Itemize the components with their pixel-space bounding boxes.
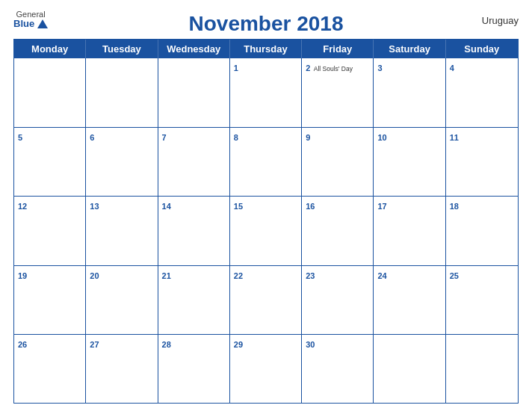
country-label: Uruguay — [482, 15, 519, 26]
table-row: 9 — [302, 127, 374, 196]
day-number: 24 — [377, 271, 386, 280]
day-number: 8 — [234, 133, 238, 142]
day-number: 5 — [18, 133, 22, 142]
week-4: 19 20 21 22 23 24 — [14, 265, 518, 334]
header-friday: Friday — [302, 40, 374, 58]
day-number: 2 — [306, 64, 310, 72]
table-row: 1 — [230, 58, 302, 127]
day-number: 29 — [234, 340, 243, 349]
day-number: 28 — [162, 340, 171, 349]
table-row: 7 — [158, 127, 230, 196]
day-number: 4 — [450, 64, 454, 72]
logo-triangle-icon — [37, 19, 48, 28]
day-number: 7 — [162, 133, 167, 142]
week-2: 5 6 7 8 9 10 — [14, 127, 518, 196]
day-number: 15 — [234, 202, 243, 211]
calendar-grid: Monday Tuesday Wednesday Thursday Friday… — [13, 39, 519, 404]
table-row: 26 — [14, 334, 86, 403]
week-1-row: 1 2 All Souls' Day 3 4 — [14, 58, 518, 127]
table-row — [374, 334, 445, 403]
table-row: 2 All Souls' Day — [302, 58, 374, 127]
table-row — [14, 58, 86, 127]
day-number: 16 — [306, 202, 315, 211]
table-row: 16 — [302, 196, 374, 265]
day-number: 20 — [90, 271, 99, 280]
calendar-body: 1 2 All Souls' Day 3 4 — [14, 58, 518, 403]
week-3-row: 12 13 14 15 16 17 — [14, 196, 518, 265]
table-row: 27 — [86, 334, 158, 403]
header-wednesday: Wednesday — [158, 40, 230, 58]
header-thursday: Thursday — [230, 40, 302, 58]
month-title: November 2018 — [13, 12, 519, 36]
day-number: 26 — [18, 340, 27, 349]
table-row: 24 — [374, 265, 445, 334]
week-2-row: 5 6 7 8 9 10 — [14, 127, 518, 196]
day-number: 21 — [162, 271, 171, 280]
column-headers: Monday Tuesday Wednesday Thursday Friday… — [14, 40, 518, 58]
table-row: 25 — [446, 265, 518, 334]
table-row: 5 — [14, 127, 86, 196]
table-row — [86, 58, 158, 127]
table-row: 15 — [230, 196, 302, 265]
table-row — [158, 58, 230, 127]
table-row: 20 — [86, 265, 158, 334]
header-sunday: Sunday — [446, 40, 518, 58]
table-row: 18 — [446, 196, 518, 265]
table-row: 29 — [230, 334, 302, 403]
holiday-label: All Souls' Day — [314, 65, 353, 72]
week-3: 12 13 14 15 16 17 — [14, 196, 518, 265]
day-number: 22 — [234, 271, 243, 280]
day-number: 17 — [377, 202, 386, 211]
day-number: 12 — [18, 202, 27, 211]
logo-area: General Blue — [13, 10, 48, 28]
week-5-row: 26 27 28 29 30 — [14, 334, 518, 403]
day-number: 3 — [377, 64, 382, 72]
table-row: 17 — [374, 196, 445, 265]
day-number: 6 — [90, 133, 94, 142]
table-row: 13 — [86, 196, 158, 265]
day-number: 25 — [450, 271, 459, 280]
day-number: 23 — [306, 271, 315, 280]
table-row: 14 — [158, 196, 230, 265]
table-row: 10 — [374, 127, 445, 196]
day-number: 9 — [306, 133, 310, 142]
table-row: 22 — [230, 265, 302, 334]
day-number: 18 — [450, 202, 459, 211]
table-row: 21 — [158, 265, 230, 334]
table-row: 19 — [14, 265, 86, 334]
day-number: 14 — [162, 202, 171, 211]
day-number: 11 — [450, 133, 459, 142]
day-number: 30 — [306, 340, 315, 349]
day-number: 27 — [90, 340, 99, 349]
day-number: 1 — [234, 64, 238, 72]
logo-blue: Blue — [13, 19, 48, 28]
table-row: 4 — [446, 58, 518, 127]
table-row: 23 — [302, 265, 374, 334]
calendar-container: General Blue November 2018 Uruguay Monda… — [0, 0, 532, 411]
table-row: 30 — [302, 334, 374, 403]
table-row: 8 — [230, 127, 302, 196]
table-row: 6 — [86, 127, 158, 196]
table-row: 28 — [158, 334, 230, 403]
table-row: 3 — [374, 58, 445, 127]
week-4-row: 19 20 21 22 23 24 — [14, 265, 518, 334]
header-row: General Blue November 2018 Uruguay — [13, 7, 519, 36]
week-1: 1 2 All Souls' Day 3 4 — [14, 58, 518, 127]
day-number: 10 — [377, 133, 386, 142]
header-tuesday: Tuesday — [86, 40, 158, 58]
table-row — [446, 334, 518, 403]
day-number: 19 — [18, 271, 27, 280]
table-row: 11 — [446, 127, 518, 196]
week-5: 26 27 28 29 30 — [14, 334, 518, 403]
header-monday: Monday — [14, 40, 86, 58]
table-row: 12 — [14, 196, 86, 265]
day-number: 13 — [90, 202, 99, 211]
header-saturday: Saturday — [374, 40, 445, 58]
